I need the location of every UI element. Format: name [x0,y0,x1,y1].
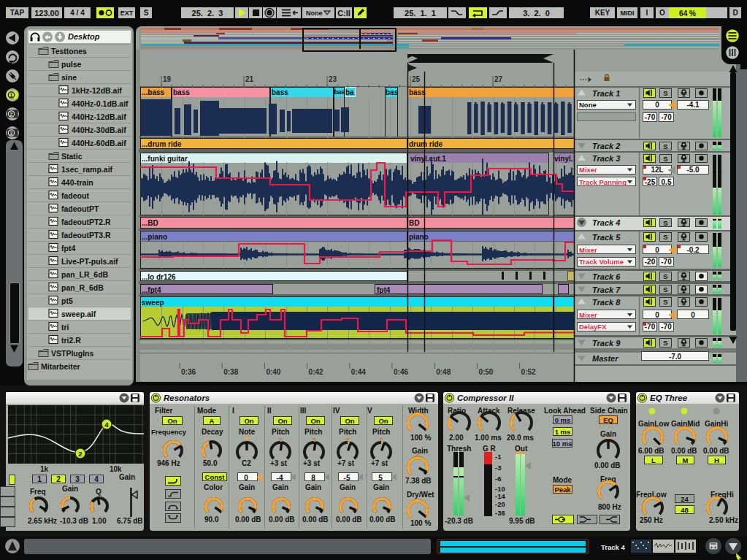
svg-text:1: 1 [10,93,13,98]
svg-text:3: 3 [10,131,13,136]
svg-text:2: 2 [10,112,13,117]
